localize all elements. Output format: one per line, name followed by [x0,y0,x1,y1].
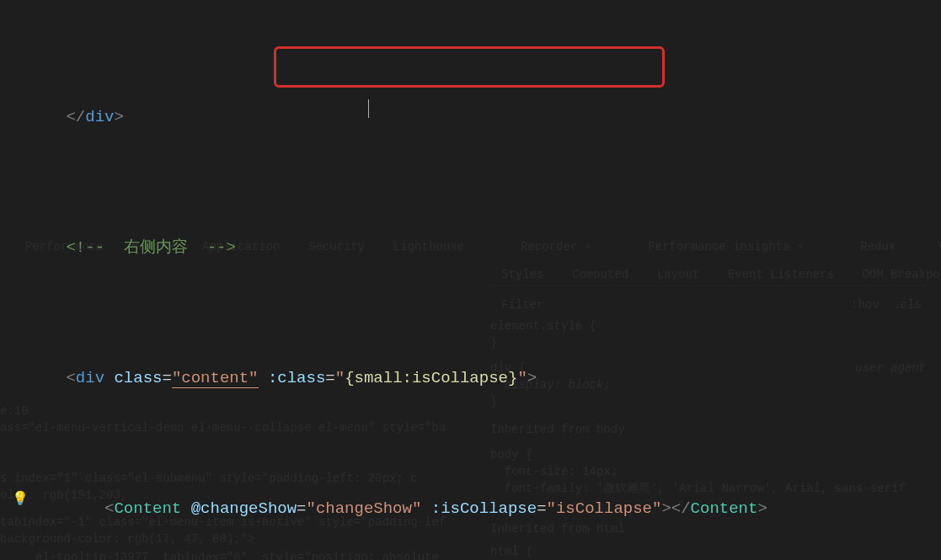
ghost-filter: Filter [501,296,543,313]
ghost-rule: font-family: '微软雅黑', 'Arial Narrow', Ari… [490,480,906,497]
lightbulb-icon[interactable]: 💡 [12,487,29,513]
ghost-rule: } [490,393,497,410]
code-editor[interactable]: </div> <!-- 右侧内容 --> <div class="content… [0,0,941,560]
ghost-left: el-tooltip-13977 tabindex="0" style="pos… [0,549,439,560]
ghost-hov: :hov .cls [851,296,922,313]
annotation-box [274,46,665,88]
ghost-left: background-color: rgb(17, 47, 80);"> [0,531,254,547]
code-line[interactable]: <!-- 右侧内容 --> [0,235,941,261]
comment: <!-- 右侧内容 --> [66,238,235,257]
code-line[interactable]: </div> [0,104,941,131]
text-cursor [368,99,369,118]
code-line[interactable]: <Content @changeShow="changeShow" :isCol… [0,496,941,522]
ghost-rule: html { [490,543,532,560]
ghost-left: e:10 [0,403,29,419]
code-line[interactable]: <div class="content" :class="{small:isCo… [0,365,941,392]
ghost-rule: body { [490,446,532,463]
ghost-inh: Inherited from html [490,520,625,537]
ghost-inh: Inherited from body [490,421,625,438]
ghost-left: ass="el-menu-vertical-demo el-menu--coll… [0,419,446,436]
ghost-rule: } [490,334,497,351]
ghost-left: s index="1" class="el-submenu" style="pa… [0,470,418,487]
ghost-rule: font-size: 14px; [490,463,618,480]
ghost-rule: element.style { [490,317,596,334]
ghost-subtabs: Styles Computed Layout Event Listeners D… [501,266,941,283]
